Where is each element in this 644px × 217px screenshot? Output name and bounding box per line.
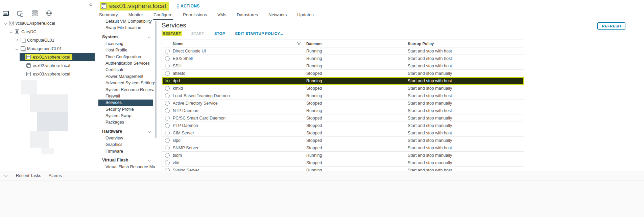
configure-menu: Default VM CompatibilitySwap File Locati… [96,20,155,171]
scrollbar[interactable] [155,21,157,138]
service-row-tsdm[interactable]: tsdmRunningStart and stop manually [162,152,524,159]
selected-object-highlight: esx01.vsphere.local [100,2,169,10]
host-icon [26,55,31,59]
configure-item-power-management[interactable]: Power Management [96,73,155,80]
tab-configure[interactable]: Configure [153,11,173,20]
row-radio[interactable] [165,123,170,128]
vms-and-templates-icon[interactable] [17,11,24,16]
row-radio[interactable] [165,168,170,171]
service-row-snmp-server[interactable]: SNMP ServerStoppedStart and stop with ho… [162,144,524,152]
service-row-kmxd[interactable]: kmxdStoppedStart and stop manually [162,85,524,92]
refresh-button[interactable]: REFRESH [597,22,625,30]
configure-item-system-resource-reservati[interactable]: System Resource Reservati... [96,87,155,93]
restart-button[interactable]: RESTART [162,31,182,36]
row-radio[interactable] [165,138,170,143]
row-radio[interactable] [165,116,170,121]
configure-section-virtual-flash[interactable]: Virtual Flash [96,156,155,164]
row-radio[interactable] [165,153,170,158]
configure-item-licensing[interactable]: Licensing [96,41,155,47]
service-row-pc-sc-smart-card-daemon[interactable]: PC/SC Smart Card DaemonStoppedStart and … [162,114,524,122]
chevron-down-icon[interactable] [14,48,20,50]
tree-item-esx03-vsphere-local[interactable]: esx03.vsphere.local [0,70,95,78]
edit-startup-policy-button[interactable]: EDIT STARTUP POLICY... [234,31,284,36]
tree-item-esx01-vsphere-local[interactable]: esx01.vsphere.local [0,53,95,61]
service-row-syslog-server[interactable]: Syslog ServerRunningStart and stop with … [162,167,524,171]
configure-item-authentication-services[interactable]: Authentication Services [96,60,155,67]
configure-item-graphics[interactable]: Graphics [96,142,155,148]
row-radio[interactable] [165,146,170,150]
tree-item-carydc[interactable]: CaryDC [0,27,95,36]
service-row-dpd[interactable]: dpdRunningStart and stop with host [162,77,524,85]
configure-item-packages[interactable]: Packages [96,119,155,126]
configure-item-time-configuration[interactable]: Time Configuration [96,54,155,60]
tab-datastores[interactable]: Datastores [236,11,258,20]
service-row-cim-server[interactable]: CIM ServerStoppedStart and stop with hos… [162,129,524,137]
col-startup-policy[interactable]: Startup Policy [408,42,524,46]
tab-updates[interactable]: Updates [297,11,314,20]
configure-item-firewall[interactable]: Firewall [96,93,155,100]
expand-tasks-chevron-icon[interactable] [4,174,8,177]
configure-item-host-profile[interactable]: Host Profile [96,47,155,53]
service-row-active-directory-service[interactable]: Active Directory ServiceStoppedStart and… [162,100,524,107]
configure-item-overview[interactable]: Overview [96,135,155,142]
row-radio[interactable] [165,101,170,106]
footer-tab-alarms[interactable]: Alarms [49,173,62,178]
chevron-down-icon[interactable] [8,31,14,33]
tab-vms[interactable]: VMs [217,11,226,20]
footer-tab-recent-tasks[interactable]: Recent Tasks [16,173,41,178]
configure-item-swap-file-location[interactable]: Swap File Location [96,25,155,31]
row-radio[interactable] [165,56,170,61]
row-radio[interactable] [165,93,170,98]
configure-item-security-profile[interactable]: Security Profile [96,106,155,113]
chevron-right-icon[interactable] [14,39,20,41]
row-radio[interactable] [165,108,170,113]
radio-cell [162,71,173,76]
row-radio[interactable] [165,160,170,165]
service-row-ptp-daemon[interactable]: PTP DaemonStoppedStart and stop manually [162,122,524,129]
tree-item-managementcl01[interactable]: ManagementCL01 [0,44,95,53]
tab-networks[interactable]: Networks [268,11,287,20]
tree-item-esx02-vsphere-local[interactable]: esx02.vsphere.local [0,61,95,70]
services-table-head: NameDaemonStartup Policy [162,40,524,47]
hosts-and-clusters-icon[interactable] [3,11,9,16]
configure-item-advanced-system-settings[interactable]: Advanced System Settings [96,80,155,86]
row-radio[interactable] [165,71,170,76]
menu-label: Overview [105,136,123,140]
configure-item-virtual-flash-resource-man[interactable]: Virtual Flash Resource Man... [96,164,155,170]
tree-item-computecl01[interactable]: ComputeCL01 [0,36,95,44]
tree-item-vcsa01-vsphere-local[interactable]: vcsa01.vsphere.local [0,19,95,27]
filter-icon[interactable] [297,42,301,45]
row-radio[interactable] [165,64,170,68]
tab-permissions[interactable]: Permissions [183,11,207,20]
actions-button[interactable]: ACTIONS [177,4,200,8]
configure-section-hardware[interactable]: Hardware [96,127,155,135]
configure-item-default-vm-compatibility[interactable]: Default VM Compatibility [96,20,155,25]
row-radio[interactable] [165,86,170,91]
tab-summary[interactable]: Summary [99,11,118,20]
configure-section-system[interactable]: System [96,33,155,41]
configure-item-services[interactable]: Services [98,100,153,106]
configure-item-firmware[interactable]: Firmware [96,148,155,155]
start-button[interactable]: START [190,31,205,36]
service-row-direct-console-ui[interactable]: Direct Console UIRunningStart and stop w… [162,47,524,55]
row-radio[interactable] [165,49,170,53]
tab-monitor[interactable]: Monitor [128,11,143,20]
row-radio[interactable] [165,79,170,83]
col-name[interactable]: Name [173,42,306,46]
chevron-down-icon[interactable] [3,22,8,24]
row-radio[interactable] [165,131,170,135]
col-daemon[interactable]: Daemon [306,42,408,46]
service-row-load-based-teaming-daemon[interactable]: Load-Based Teaming DaemonRunningStart an… [162,92,524,100]
service-row-ntp-daemon[interactable]: NTP DaemonRunningStart and stop with hos… [162,107,524,114]
service-row-ssh[interactable]: SSHRunningStart and stop with host [162,62,524,70]
service-row-esxi-shell[interactable]: ESXi ShellRunningStart and stop with hos… [162,55,524,62]
networking-icon[interactable] [46,10,52,16]
storage-icon[interactable] [32,10,38,16]
collapse-sidebar-icon[interactable]: « [89,1,92,7]
configure-item-system-swap[interactable]: System Swap [96,113,155,119]
stop-button[interactable]: STOP [213,31,226,36]
service-row-vltd[interactable]: vltdStoppedStart and stop manually [162,159,524,167]
service-row-attestd[interactable]: attestdStoppedStart and stop manually [162,70,524,77]
configure-item-certificate[interactable]: Certificate [96,67,155,73]
service-row-slpd[interactable]: slpdStoppedStart and stop manually [162,137,524,144]
